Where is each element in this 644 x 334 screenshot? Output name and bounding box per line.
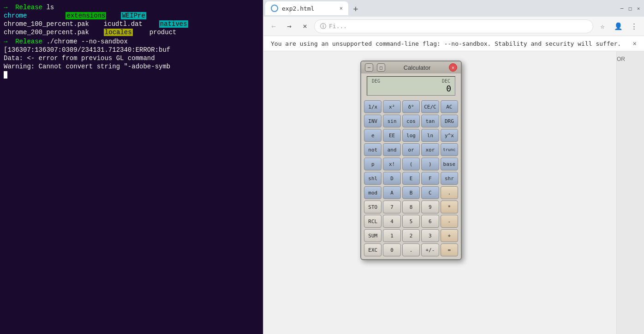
calc-btn-inv[interactable]: INV — [364, 115, 382, 128]
calc-btn-ln[interactable]: ln — [421, 129, 439, 142]
calc-btn-decimal[interactable]: . — [402, 243, 420, 256]
calc-btn-sto[interactable]: STO — [364, 200, 382, 213]
calc-btn-2[interactable]: 2 — [402, 229, 420, 242]
calc-btn-mod[interactable]: mod — [364, 186, 382, 199]
back-button[interactable]: ← — [267, 20, 280, 33]
calc-btn-yx[interactable]: y^x — [441, 129, 458, 142]
calc-btn-e[interactable]: e — [364, 129, 382, 142]
calculator-window: ─ □ Calculator × DEG DEC 0 1/ — [360, 61, 462, 260]
terminal-file-chrome: chrome — [4, 12, 27, 19]
calc-btn-tan[interactable]: tan — [421, 115, 439, 128]
calc-btn-1[interactable]: 1 — [383, 229, 400, 242]
tab-title: exp2.html — [282, 5, 314, 12]
calc-btn-c[interactable]: C — [421, 186, 439, 199]
calc-btn-e-hex[interactable]: E — [402, 172, 420, 185]
calc-btn-trunc[interactable]: trunc — [441, 143, 458, 156]
calc-btn-4[interactable]: 4 — [383, 215, 400, 228]
calc-btn-base[interactable]: base — [441, 158, 458, 170]
bookmark-button[interactable]: ☆ — [596, 20, 609, 33]
calc-btn-a[interactable]: A — [383, 186, 400, 199]
terminal-file-icudtl: icudtl.dat — [104, 20, 143, 28]
browser-close-button[interactable]: × — [635, 5, 642, 12]
calc-btn-d[interactable]: D — [383, 172, 400, 185]
calc-btn-sum[interactable]: SUM — [364, 229, 382, 242]
menu-button[interactable]: ⋮ — [627, 20, 640, 33]
tab-close-button[interactable]: × — [340, 5, 343, 12]
calc-btn-exc[interactable]: EXC — [364, 243, 382, 256]
calc-btn-inv-x[interactable]: 1/x — [364, 100, 382, 113]
terminal-file-200pak: chrome_200_percent.pak — [4, 29, 89, 36]
calc-btn-7[interactable]: 7 — [383, 200, 400, 213]
profile-button[interactable]: 👤 — [612, 20, 625, 33]
calc-btn-plus-minus[interactable]: +/- — [421, 243, 439, 256]
terminal-file-weipre: WEIPre — [121, 12, 146, 19]
calc-btn-0[interactable]: 0 — [383, 243, 400, 256]
calc-btn-or[interactable]: or — [402, 143, 420, 156]
browser-tab[interactable]: exp2.html × — [265, 1, 348, 15]
calc-btn-log[interactable]: log — [402, 129, 420, 142]
right-panel: OR — [616, 51, 644, 334]
calc-row-2: INV sin cos tan DRG — [364, 115, 458, 128]
calc-btn-9[interactable]: 9 — [421, 200, 439, 213]
calc-btn-sqrt[interactable]: ð° — [402, 100, 420, 113]
calc-btn-drg[interactable]: DRG — [441, 115, 458, 128]
calc-btn-5[interactable]: 5 — [402, 215, 420, 228]
calc-minimize-button[interactable]: ─ — [365, 63, 373, 72]
calc-btn-shr[interactable]: shr — [441, 172, 458, 185]
calc-row-4: not and or xor trunc — [364, 143, 458, 156]
window-controls: ─ □ × — [618, 5, 642, 12]
calc-maximize-button[interactable]: □ — [377, 63, 385, 72]
terminal-cmd-1: ls — [42, 4, 54, 11]
warning-banner: You are using an unsupported command-lin… — [263, 36, 644, 51]
calc-btn-multiply[interactable]: * — [441, 200, 458, 213]
tab-bar: exp2.html × + ─ □ × — [263, 0, 644, 17]
calc-btn-xor[interactable]: xor — [421, 143, 439, 156]
address-info-icon: ⓘ — [320, 22, 326, 30]
calc-btn-ee[interactable]: EE — [383, 129, 400, 142]
calc-btn-sin[interactable]: sin — [383, 115, 400, 128]
new-tab-button[interactable]: + — [349, 2, 362, 15]
browser-minimize-button[interactable]: ─ — [618, 5, 626, 12]
calc-btn-close-paren[interactable]: ) — [421, 158, 439, 170]
calc-btn-shl[interactable]: shl — [364, 172, 382, 185]
terminal-error-line1: [136307:136307:0309/234131.712340:ERROR:… — [4, 46, 170, 54]
calculator-display: DEG DEC 0 — [367, 76, 455, 96]
calc-row-10: SUM 1 2 3 + — [364, 229, 458, 242]
address-bar[interactable]: ⓘ Fi... — [314, 19, 593, 33]
terminal-error-line3: Warning: Cannot convert string "-adobe-s… — [4, 63, 170, 70]
calc-btn-equals[interactable]: = — [441, 243, 458, 256]
calc-btn-open-paren[interactable]: ( — [402, 158, 420, 170]
calc-close-button[interactable]: × — [449, 63, 457, 72]
calc-btn-f[interactable]: F — [421, 172, 439, 185]
calc-btn-p[interactable]: p — [364, 158, 382, 170]
calculator-mode-bar: DEG DEC — [371, 79, 451, 84]
terminal-file-locales: locales — [104, 29, 133, 36]
terminal-file-extensions: extensions — [66, 12, 106, 19]
calc-btn-x-squared[interactable]: x² — [383, 100, 400, 113]
calc-btn-dot-op[interactable]: . — [441, 186, 458, 199]
calc-btn-b[interactable]: B — [402, 186, 420, 199]
calc-row-7: mod A B C . — [364, 186, 458, 199]
browser-maximize-button[interactable]: □ — [626, 5, 634, 12]
calc-btn-not[interactable]: not — [364, 143, 382, 156]
calc-btn-and[interactable]: and — [383, 143, 400, 156]
calc-btn-ac[interactable]: AC — [441, 100, 458, 113]
calc-btn-rcl[interactable]: RCL — [364, 215, 382, 228]
warning-close-button[interactable]: × — [633, 40, 637, 47]
calc-btn-3[interactable]: 3 — [421, 229, 439, 242]
terminal-cmd-2: ./chrome --no-sandbox — [42, 38, 128, 45]
calc-row-9: RCL 4 5 6 - — [364, 215, 458, 228]
calc-btn-8[interactable]: 8 — [402, 200, 420, 213]
calculator-buttons: 1/x x² ð° CE/C AC INV sin cos tan DRG e — [361, 98, 461, 259]
tab-favicon — [271, 5, 278, 12]
browser-content: ─ □ Calculator × DEG DEC 0 1/ — [263, 51, 644, 334]
calc-btn-xfact[interactable]: x! — [383, 158, 400, 170]
forward-button[interactable]: → — [283, 20, 296, 33]
terminal-file-natives: natives — [159, 20, 188, 28]
calc-btn-6[interactable]: 6 — [421, 215, 439, 228]
calc-btn-plus[interactable]: + — [441, 229, 458, 242]
calc-btn-ce-c[interactable]: CE/C — [421, 100, 439, 113]
calc-btn-cos[interactable]: cos — [402, 115, 420, 128]
calc-btn-minus[interactable]: - — [441, 215, 458, 228]
stop-button[interactable]: × — [298, 20, 311, 33]
